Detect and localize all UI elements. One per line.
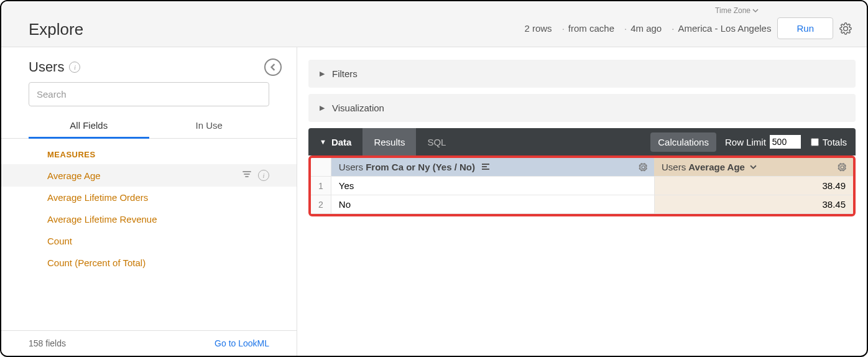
status-age: 4m ago	[621, 23, 662, 34]
measures-section-label: MEASURES	[1, 147, 297, 164]
cell-dimension[interactable]: Yes	[331, 177, 654, 195]
col1-main: From Ca or Ny (Yes / No)	[366, 162, 475, 172]
totals-label: Totals	[823, 137, 847, 147]
explore-name-text: Users	[29, 59, 64, 75]
tab-in-use[interactable]: In Use	[149, 113, 270, 138]
data-tab-label: Data	[331, 137, 352, 147]
field-label: Average Lifetime Orders	[47, 192, 148, 203]
column-header-dimension[interactable]: Users From Ca or Ny (Yes / No)	[331, 158, 654, 177]
fields-list: MEASURES Average Age i Average Lifetime …	[1, 139, 297, 330]
timezone-selector[interactable]: Time Zone	[715, 6, 759, 15]
explore-name: Users i	[29, 59, 80, 75]
rownum-header	[311, 158, 331, 177]
field-label: Average Age	[47, 170, 101, 181]
page-title: Explore	[29, 20, 83, 39]
status-region: America - Los Angeles	[668, 23, 771, 34]
cell-dimension[interactable]: No	[331, 195, 654, 214]
svg-rect-1	[482, 166, 487, 167]
field-label: Count	[47, 236, 72, 246]
settings-gear-icon[interactable]	[839, 22, 852, 35]
chevron-down-icon	[752, 7, 759, 14]
results-table: Users From Ca or Ny (Yes / No)	[311, 158, 853, 214]
results-tab[interactable]: Results	[362, 128, 416, 155]
filters-label: Filters	[332, 68, 358, 79]
row-limit-input[interactable]	[770, 135, 801, 149]
field-average-lifetime-orders[interactable]: Average Lifetime Orders	[1, 187, 297, 208]
column-gear-icon[interactable]	[838, 162, 847, 172]
info-icon[interactable]: i	[69, 62, 80, 73]
pivot-icon[interactable]	[481, 163, 490, 170]
sidebar: Users i All Fields In Use MEASURES Avera…	[1, 47, 297, 356]
field-label: Average Lifetime Revenue	[47, 214, 157, 225]
main-content: ▶ Filters ▶ Visualization ▼ Data Results…	[297, 47, 867, 356]
cell-measure[interactable]: 38.49	[654, 177, 853, 195]
field-average-lifetime-revenue[interactable]: Average Lifetime Revenue	[1, 208, 297, 230]
data-tab[interactable]: ▼ Data	[308, 128, 362, 155]
fields-count: 158 fields	[29, 338, 66, 348]
totals-checkbox[interactable]	[811, 138, 819, 146]
info-icon[interactable]: i	[258, 170, 269, 181]
status-cache: from cache	[558, 23, 614, 34]
field-count-percent[interactable]: Count (Percent of Total)	[1, 252, 297, 274]
data-bar: ▼ Data Results SQL Calculations Row Limi…	[308, 128, 856, 155]
visualization-label: Visualization	[332, 103, 384, 113]
column-gear-icon[interactable]	[639, 162, 648, 172]
table-row: 2 No 38.45	[311, 195, 853, 214]
calculations-button[interactable]: Calculations	[650, 132, 716, 152]
svg-rect-0	[482, 164, 489, 165]
col1-prefix: Users	[339, 162, 366, 172]
run-button[interactable]: Run	[777, 17, 833, 39]
cell-measure[interactable]: 38.45	[654, 195, 853, 214]
sidebar-footer: 158 fields Go to LookML	[1, 330, 297, 356]
header: Explore Time Zone 2 rows from cache 4m a…	[1, 1, 867, 47]
filter-icon[interactable]	[242, 170, 252, 181]
field-count[interactable]: Count	[1, 230, 297, 252]
go-to-lookml-link[interactable]: Go to LookML	[215, 338, 269, 348]
row-number: 1	[311, 177, 331, 195]
search-input[interactable]	[29, 82, 269, 106]
field-average-age[interactable]: Average Age i	[1, 164, 297, 187]
tab-all-fields[interactable]: All Fields	[29, 113, 149, 138]
sidebar-tabs: All Fields In Use	[1, 113, 297, 139]
field-label: Count (Percent of Total)	[47, 257, 145, 268]
filters-panel[interactable]: ▶ Filters	[308, 60, 856, 88]
svg-rect-2	[482, 169, 489, 170]
results-table-highlight: Users From Ca or Ny (Yes / No)	[308, 155, 856, 216]
collapse-sidebar-button[interactable]	[264, 58, 282, 76]
sql-tab[interactable]: SQL	[416, 128, 457, 155]
visualization-panel[interactable]: ▶ Visualization	[308, 94, 856, 122]
caret-right-icon: ▶	[320, 104, 325, 112]
table-row: 1 Yes 38.49	[311, 177, 853, 195]
col2-main: Average Age	[688, 162, 745, 172]
row-number: 2	[311, 195, 331, 214]
caret-down-icon: ▼	[320, 138, 326, 146]
col2-prefix: Users	[662, 162, 688, 172]
status-rows: 2 rows	[524, 23, 552, 34]
column-header-measure[interactable]: Users Average Age	[654, 158, 853, 177]
row-limit-label: Row Limit	[725, 137, 766, 147]
timezone-label-text: Time Zone	[715, 6, 750, 15]
caret-right-icon: ▶	[320, 70, 325, 78]
sort-desc-icon[interactable]	[750, 164, 757, 172]
